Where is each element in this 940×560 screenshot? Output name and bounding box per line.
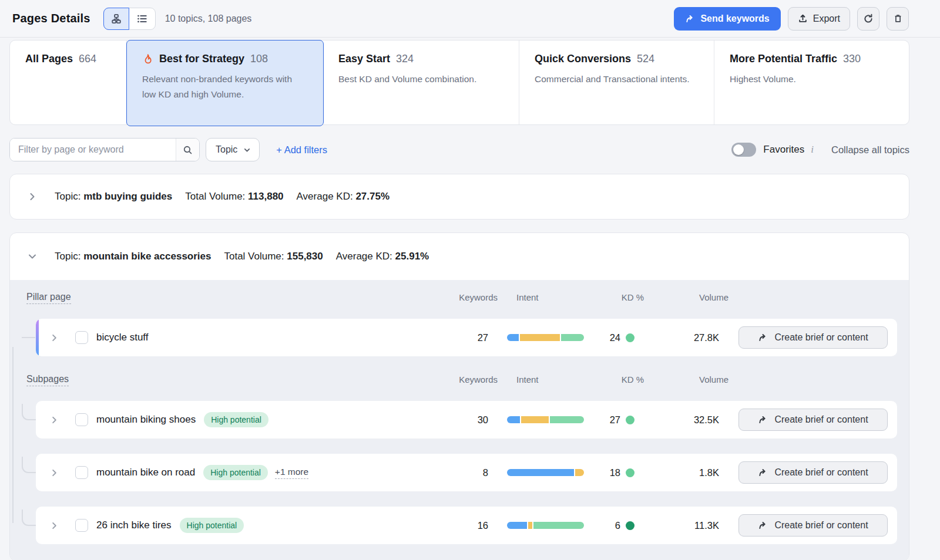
intent-bar <box>507 334 584 341</box>
subpage-row-wrap: 26 inch bike tires High potential 16 6 1… <box>36 507 897 544</box>
volume-value: 32.5K <box>649 414 719 426</box>
tab-quick-conversions[interactable]: Quick Conversions 524 Commercial and Tra… <box>519 41 714 124</box>
filter-bar: Topic + Add filters Favorites i Collapse… <box>9 138 909 161</box>
column-intent: Intent <box>516 292 593 302</box>
tab-best-for-strategy[interactable]: Best for Strategy 108 Relevant non-brand… <box>126 40 324 126</box>
column-kd: KD % <box>593 292 644 302</box>
chevron-down-icon[interactable] <box>28 252 37 261</box>
topic-name: mountain bike accessories <box>83 251 211 262</box>
kd-cell: 24 <box>584 332 634 343</box>
forward-arrow-icon <box>758 521 768 530</box>
topbar-actions: Send keywords Export <box>674 7 909 31</box>
kd-value: 27 <box>610 414 620 426</box>
flame-icon <box>142 53 153 65</box>
create-brief-button[interactable]: Create brief or content <box>738 326 888 349</box>
export-button[interactable]: Export <box>788 7 850 31</box>
more-badges-link[interactable]: +1 more <box>275 467 308 479</box>
top-bar: Pages Details 10 topics, 108 pages <box>0 0 940 38</box>
volume-value: 27.8K <box>649 332 719 343</box>
kd-dot <box>626 468 634 477</box>
filter-input[interactable] <box>10 139 176 161</box>
keywords-count: 8 <box>441 467 488 478</box>
kd-cell: 6 <box>584 520 634 531</box>
tab-all-pages[interactable]: All Pages 664 <box>10 41 127 124</box>
table-row-mountain-bike-on-road: mountain bike on road High potential +1 … <box>36 454 897 491</box>
expand-row-icon[interactable] <box>50 521 59 530</box>
volume-value: 11.3K <box>649 520 719 531</box>
keywords-count: 27 <box>441 332 488 343</box>
kd-value: 6 <box>615 520 620 531</box>
topic-average-kd: 27.75% <box>355 191 390 203</box>
delete-button[interactable] <box>887 7 909 31</box>
expand-row-icon[interactable] <box>50 468 59 477</box>
row-checkbox[interactable] <box>75 466 88 479</box>
kd-value: 18 <box>610 467 620 478</box>
table-row-bicycle-stuff: bicycle stuff 27 24 27.8K Create brief o… <box>36 319 897 356</box>
chevron-down-icon <box>243 146 251 154</box>
search-button[interactable] <box>176 139 199 161</box>
table-row-26-inch-bike-tires: 26 inch bike tires High potential 16 6 1… <box>36 507 897 544</box>
create-brief-button[interactable]: Create brief or content <box>738 461 888 484</box>
intent-bar <box>507 469 584 476</box>
topic-card-mtb-buying-guides: Topic: mtb buying guides Total Volume: 1… <box>9 174 909 220</box>
kd-dot <box>626 416 634 424</box>
topic-body: Pillar page Keywords Intent KD % Volume … <box>10 280 909 560</box>
keywords-count: 16 <box>441 520 488 531</box>
subpages-label: Subpages <box>26 374 69 386</box>
subpage-row-wrap: mountain biking shoes High potential 30 … <box>36 401 897 438</box>
kd-value: 24 <box>610 332 620 343</box>
column-intent: Intent <box>516 375 593 384</box>
row-checkbox[interactable] <box>75 519 88 532</box>
info-icon[interactable]: i <box>811 144 814 156</box>
create-brief-button[interactable]: Create brief or content <box>738 514 888 537</box>
subpage-row-wrap: mountain bike on road High potential +1 … <box>36 454 897 491</box>
intent-bar <box>507 416 584 423</box>
page-name: mountain biking shoes <box>96 414 196 426</box>
subpages-columns-header: Subpages Keywords Intent KD % Volume <box>26 372 897 387</box>
high-potential-badge: High potential <box>203 465 268 480</box>
kd-dot <box>626 521 634 530</box>
export-icon <box>798 14 808 23</box>
favorites-toggle[interactable] <box>731 143 756 157</box>
row-checkbox[interactable] <box>75 331 88 344</box>
topic-filter-dropdown[interactable]: Topic <box>206 138 260 161</box>
page-keyword-filter <box>9 138 200 161</box>
refresh-button[interactable] <box>857 7 879 31</box>
forward-arrow-icon <box>758 415 768 424</box>
list-icon <box>137 14 147 24</box>
high-potential-badge: High potential <box>204 412 268 427</box>
row-checkbox[interactable] <box>75 413 88 426</box>
list-view-button[interactable] <box>129 8 155 29</box>
topic-header[interactable]: Topic: mountain bike accessories Total V… <box>10 233 909 280</box>
trash-icon <box>893 14 903 23</box>
tab-easy-start[interactable]: Easy Start 324 Best KD and Volume combin… <box>323 41 519 124</box>
tab-more-potential-traffic[interactable]: More Potential Traffic 330 Highest Volum… <box>714 41 909 124</box>
high-potential-badge: High potential <box>180 518 244 533</box>
create-brief-button[interactable]: Create brief or content <box>738 409 888 431</box>
forward-arrow-icon <box>685 14 695 23</box>
keywords-count: 30 <box>441 414 488 426</box>
forward-arrow-icon <box>758 333 768 342</box>
column-keywords: Keywords <box>451 292 498 302</box>
chevron-right-icon[interactable] <box>28 192 37 201</box>
topic-average-kd: 25.91% <box>395 251 429 262</box>
volume-value: 1.8K <box>649 467 719 478</box>
topic-total-volume: 113,880 <box>248 191 284 203</box>
column-kd: KD % <box>593 375 644 384</box>
page-name: 26 inch bike tires <box>96 519 172 531</box>
intent-bar <box>507 522 584 529</box>
topics-pages-summary: 10 topics, 108 pages <box>165 14 252 24</box>
collapse-all-topics-link[interactable]: Collapse all topics <box>831 144 909 156</box>
page-title: Pages Details <box>12 12 90 25</box>
toggle-knob <box>733 144 744 155</box>
page-name: mountain bike on road <box>96 467 195 478</box>
topic-header[interactable]: Topic: mtb buying guides Total Volume: 1… <box>10 174 909 219</box>
tree-connector-line <box>12 347 14 523</box>
search-icon <box>183 145 193 155</box>
expand-row-icon[interactable] <box>50 416 59 424</box>
expand-row-icon[interactable] <box>50 333 59 342</box>
tree-view-button[interactable] <box>103 8 129 30</box>
add-filters-link[interactable]: + Add filters <box>276 144 327 156</box>
strategy-tabs: All Pages 664 Best for Strategy 108 Rele… <box>9 40 909 125</box>
send-keywords-button[interactable]: Send keywords <box>674 7 780 31</box>
